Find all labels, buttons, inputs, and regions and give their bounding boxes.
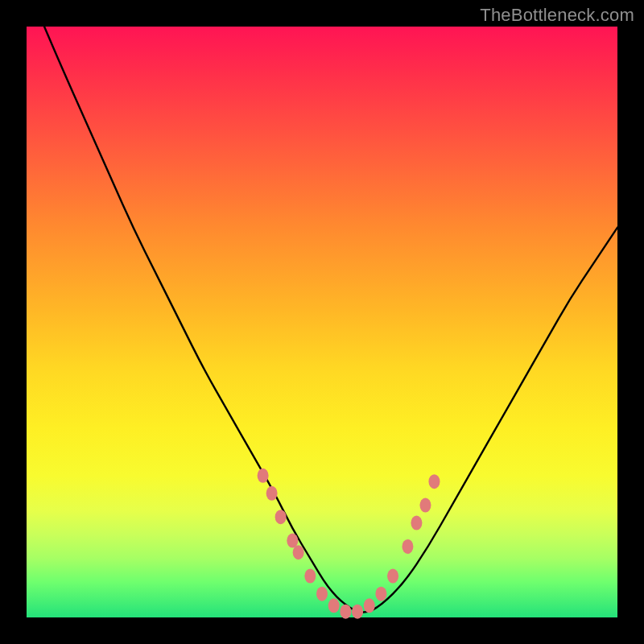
highlight-markers [258, 469, 440, 619]
marker-point [387, 569, 398, 584]
marker-point [328, 598, 340, 613]
marker-point [375, 587, 386, 601]
marker-point [304, 569, 316, 584]
marker-point [258, 469, 269, 483]
marker-point [266, 486, 278, 501]
marker-point [428, 474, 440, 489]
marker-point [316, 587, 328, 601]
marker-point [275, 510, 287, 524]
marker-point [293, 545, 304, 559]
marker-point [419, 498, 431, 513]
chart-overlay [27, 27, 617, 617]
chart-frame: TheBottleneck.com [0, 0, 644, 644]
watermark-text: TheBottleneck.com [480, 5, 634, 26]
marker-point [402, 539, 413, 554]
marker-point [352, 605, 363, 619]
marker-point [411, 516, 422, 530]
plot-area [27, 27, 617, 617]
marker-point [364, 598, 375, 613]
marker-point [340, 605, 351, 619]
bottleneck-curve [44, 27, 617, 613]
